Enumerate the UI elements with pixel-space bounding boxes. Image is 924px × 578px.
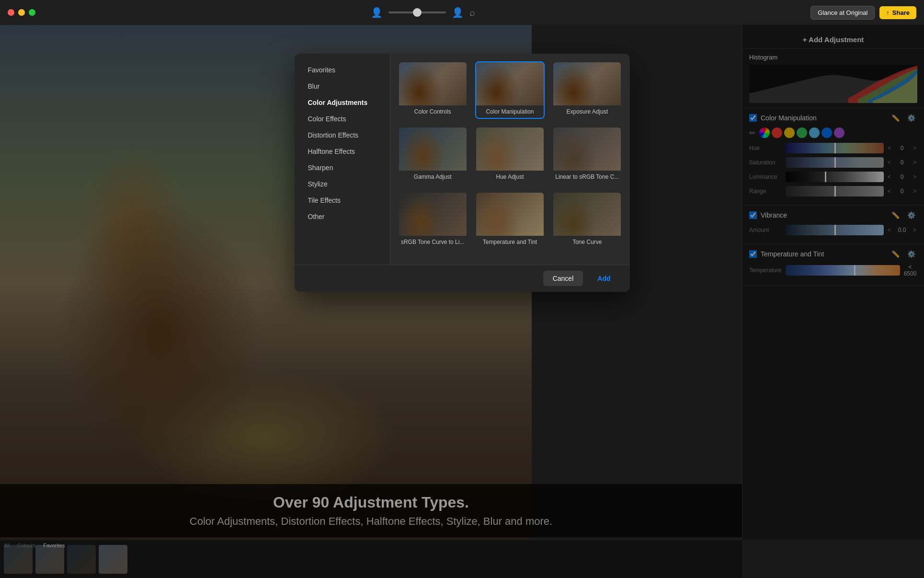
filter-linear-srgb[interactable]: Linear to sRGB Tone C... <box>552 127 622 184</box>
close-button[interactable] <box>8 9 14 16</box>
filter-temperature-tint[interactable]: Temperature and Tint <box>475 192 545 249</box>
filter-color-controls-thumb <box>399 62 467 105</box>
filter-exposure-adjust[interactable]: Exposure Adjust <box>552 61 622 119</box>
person-outline-icon: 👤 <box>452 7 464 18</box>
filter-srgb-tone-curve[interactable]: sRGB Tone Curve to Li... <box>398 192 468 249</box>
share-button[interactable]: ↑ Share <box>879 6 916 19</box>
traffic-lights <box>8 9 35 16</box>
sidebar-item-color-adjustments[interactable]: Color Adjustments <box>298 95 386 110</box>
sidebar-item-stylize[interactable]: Stylize <box>298 176 386 192</box>
share-icon: ↑ <box>886 9 890 16</box>
sidebar-item-distortion-effects[interactable]: Distortion Effects <box>298 127 386 143</box>
filter-color-manipulation-thumb <box>476 62 544 105</box>
modal-body: Favorites Blur Color Adjustments Color E… <box>295 54 630 265</box>
titlebar-center: 👤 👤 ⌕ <box>35 7 810 18</box>
filter-linear-srgb-thumb <box>553 127 621 171</box>
person-icon: 👤 <box>371 7 383 18</box>
filter-hue-adjust-thumb <box>476 127 544 171</box>
modal-sidebar: Favorites Blur Color Adjustments Color E… <box>295 54 390 265</box>
share-label: Share <box>892 9 910 16</box>
filter-temperature-tint-label: Temperature and Tint <box>476 236 544 248</box>
sidebar-item-favorites[interactable]: Favorites <box>298 62 386 78</box>
titlebar: 👤 👤 ⌕ Glance at Original ↑ Share <box>0 0 924 25</box>
sidebar-item-tile-effects[interactable]: Tile Effects <box>298 193 386 208</box>
filter-gamma-adjust[interactable]: Gamma Adjust <box>398 127 468 184</box>
sidebar-item-halftone-effects[interactable]: Halftone Effects <box>298 144 386 159</box>
filter-srgb-tone-curve-label: sRGB Tone Curve to Li... <box>399 236 467 248</box>
filter-tone-curve-label: Tone Curve <box>553 236 621 248</box>
glance-at-original-button[interactable]: Glance at Original <box>810 6 875 20</box>
sidebar-item-sharpen[interactable]: Sharpen <box>298 160 386 175</box>
filter-linear-srgb-label: Linear to sRGB Tone C... <box>553 171 621 183</box>
filter-exposure-adjust-label: Exposure Adjust <box>553 105 621 118</box>
sidebar-item-color-effects[interactable]: Color Effects <box>298 111 386 127</box>
filter-tone-curve-thumb <box>553 193 621 236</box>
main-content: + Add Adjustment Histogram <box>0 25 924 578</box>
filter-hue-adjust-label: Hue Adjust <box>476 171 544 183</box>
minimize-button[interactable] <box>18 9 25 16</box>
modal-overlay: Favorites Blur Color Adjustments Color E… <box>0 25 924 578</box>
titlebar-right: Glance at Original ↑ Share <box>810 6 916 20</box>
filter-hue-adjust[interactable]: Hue Adjust <box>475 127 545 184</box>
add-adjustment-modal: Favorites Blur Color Adjustments Color E… <box>295 54 630 292</box>
sidebar-item-blur[interactable]: Blur <box>298 79 386 94</box>
brightness-slider[interactable] <box>388 12 446 13</box>
modal-add-button[interactable]: Add <box>588 271 620 286</box>
modal-footer: Cancel Add <box>295 265 630 292</box>
filter-grid: Color Controls Color Manipulation Exposu… <box>398 61 622 249</box>
maximize-button[interactable] <box>29 9 35 16</box>
filter-exposure-adjust-thumb <box>553 62 621 105</box>
sidebar-item-other[interactable]: Other <box>298 209 386 224</box>
filter-gamma-adjust-thumb <box>399 127 467 171</box>
modal-filter-content: Color Controls Color Manipulation Exposu… <box>390 54 630 265</box>
filter-tone-curve[interactable]: Tone Curve <box>552 192 622 249</box>
filter-color-manipulation-label: Color Manipulation <box>476 105 544 118</box>
search-icon[interactable]: ⌕ <box>469 7 475 18</box>
filter-color-manipulation[interactable]: Color Manipulation <box>475 61 545 119</box>
filter-color-controls[interactable]: Color Controls <box>398 61 468 119</box>
filter-temperature-tint-thumb <box>476 193 544 236</box>
filter-color-controls-label: Color Controls <box>399 105 467 118</box>
filter-srgb-tone-curve-thumb <box>399 193 467 236</box>
modal-cancel-button[interactable]: Cancel <box>543 271 583 286</box>
filter-gamma-adjust-label: Gamma Adjust <box>399 171 467 183</box>
